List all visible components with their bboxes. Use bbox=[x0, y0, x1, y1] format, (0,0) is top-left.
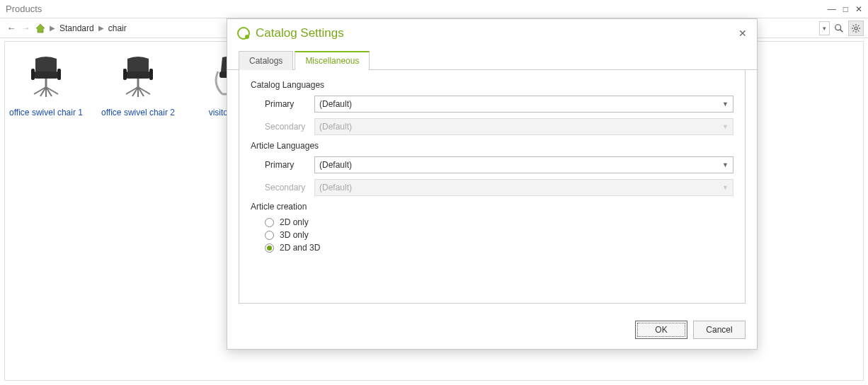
svg-rect-12 bbox=[31, 69, 35, 80]
svg-rect-21 bbox=[123, 69, 127, 80]
breadcrumb-item[interactable]: Standard bbox=[58, 23, 96, 33]
catalog-secondary-select: (Default) ▼ bbox=[314, 118, 733, 135]
tab-catalogs[interactable]: Catalogs bbox=[239, 51, 293, 70]
radio-2d-and-3d[interactable]: 2D and 3D bbox=[265, 243, 733, 253]
label-secondary: Secondary bbox=[265, 122, 314, 132]
product-label: office swivel chair 1 bbox=[9, 108, 83, 117]
app-logo-icon bbox=[237, 27, 250, 40]
window-minimize-icon[interactable]: — bbox=[828, 4, 836, 14]
svg-rect-22 bbox=[149, 69, 153, 80]
product-thumbnail bbox=[18, 47, 74, 103]
chevron-down-icon: ▼ bbox=[722, 123, 729, 130]
window-titlebar: Products — □ ✕ bbox=[0, 0, 868, 18]
nav-back-icon[interactable]: ← bbox=[6, 23, 17, 33]
tab-miscellaneous[interactable]: Miscellaneous bbox=[295, 51, 370, 70]
catalog-settings-dialog: Catalog Settings ✕ Catalogs Miscellaneou… bbox=[227, 18, 758, 350]
radio-3d-only[interactable]: 3D only bbox=[265, 230, 733, 240]
dialog-title: Catalog Settings bbox=[256, 26, 344, 40]
svg-line-8 bbox=[858, 30, 860, 31]
article-secondary-select: (Default) ▼ bbox=[314, 179, 733, 196]
svg-rect-20 bbox=[126, 71, 150, 79]
svg-rect-13 bbox=[57, 69, 61, 80]
section-article-languages: Article Languages bbox=[251, 141, 733, 151]
breadcrumb-item[interactable]: chair bbox=[107, 23, 128, 33]
gear-icon[interactable] bbox=[848, 21, 864, 36]
chevron-down-icon: ▼ bbox=[722, 161, 729, 168]
radio-icon bbox=[265, 243, 274, 253]
svg-point-0 bbox=[835, 24, 841, 30]
product-item[interactable]: office swivel chair 2 bbox=[99, 47, 177, 117]
dialog-tabs: Catalogs Miscellaneous bbox=[227, 50, 757, 70]
label-primary: Primary bbox=[265, 160, 314, 170]
product-item[interactable]: office swivel chair 1 bbox=[7, 47, 85, 117]
radio-label: 3D only bbox=[280, 230, 309, 240]
product-label: office swivel chair 2 bbox=[101, 108, 175, 117]
chevron-down-icon: ▼ bbox=[722, 100, 729, 108]
select-value: (Default) bbox=[319, 160, 352, 170]
chevron-right-icon: ▶ bbox=[50, 24, 55, 32]
radio-2d-only[interactable]: 2D only bbox=[265, 217, 733, 227]
svg-line-7 bbox=[853, 25, 855, 26]
svg-rect-11 bbox=[34, 71, 58, 79]
nav-forward-icon: → bbox=[20, 23, 31, 33]
select-value: (Default) bbox=[319, 122, 352, 132]
catalog-primary-select[interactable]: (Default) ▼ bbox=[314, 96, 733, 113]
radio-label: 2D and 3D bbox=[280, 243, 320, 253]
svg-line-9 bbox=[853, 30, 855, 31]
dialog-close-icon[interactable]: ✕ bbox=[736, 26, 750, 40]
home-icon[interactable] bbox=[34, 22, 47, 35]
select-value: (Default) bbox=[319, 183, 352, 192]
cancel-button[interactable]: Cancel bbox=[693, 321, 746, 339]
section-article-creation: Article creation bbox=[251, 202, 733, 212]
chevron-right-icon: ▶ bbox=[98, 24, 104, 32]
label-secondary: Secondary bbox=[265, 183, 314, 192]
svg-line-10 bbox=[858, 25, 860, 26]
search-icon[interactable] bbox=[831, 21, 847, 36]
radio-icon bbox=[265, 218, 274, 227]
search-scope-dropdown[interactable]: ▾ bbox=[819, 21, 830, 35]
radio-icon bbox=[265, 231, 274, 240]
label-primary: Primary bbox=[265, 99, 314, 109]
product-thumbnail bbox=[110, 47, 166, 103]
chevron-down-icon: ▼ bbox=[722, 184, 729, 191]
article-primary-select[interactable]: (Default) ▼ bbox=[314, 156, 733, 173]
ok-button[interactable]: OK bbox=[635, 321, 687, 339]
window-title: Products bbox=[6, 4, 42, 14]
svg-line-1 bbox=[840, 29, 843, 32]
tab-panel-miscellaneous: Catalog Languages Primary (Default) ▼ Se… bbox=[239, 70, 746, 304]
window-maximize-icon[interactable]: □ bbox=[843, 4, 848, 14]
radio-label: 2D only bbox=[280, 217, 309, 227]
select-value: (Default) bbox=[319, 99, 352, 109]
section-catalog-languages: Catalog Languages bbox=[251, 80, 733, 90]
svg-point-2 bbox=[855, 26, 857, 29]
window-close-icon[interactable]: ✕ bbox=[855, 4, 862, 14]
